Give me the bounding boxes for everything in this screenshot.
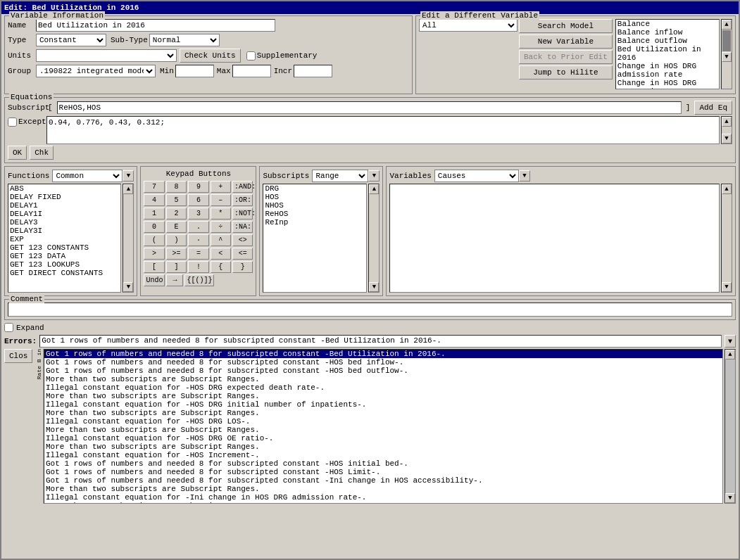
subscripts-list[interactable]: DRGHOSNHOSReHOSReInp xyxy=(263,184,367,293)
expand-checkbox[interactable] xyxy=(4,323,13,332)
error-list-item[interactable]: Illegal constant equation for -HOS Incre… xyxy=(44,451,722,459)
error-list-item[interactable]: More than two subscripts are Subscript R… xyxy=(44,375,722,383)
incr-input[interactable] xyxy=(294,65,332,77)
keypad-key[interactable]: E xyxy=(166,221,187,233)
sub-scroll-up[interactable]: ▲ xyxy=(369,184,379,194)
func-scroll-down[interactable]: ▼ xyxy=(123,282,133,292)
var-scroll-down[interactable]: ▼ xyxy=(722,282,732,292)
max-input[interactable] xyxy=(232,65,271,77)
scroll-up[interactable]: ▲ xyxy=(722,20,732,30)
function-list-item[interactable]: DELAY3I xyxy=(8,227,120,235)
edit-diff-list-item[interactable]: Bed Utilization in 2016 xyxy=(616,45,719,62)
variables-select[interactable]: Causes xyxy=(434,170,519,182)
error-list-item[interactable]: More than two subscripts are Subscript R… xyxy=(44,392,722,400)
keypad-key[interactable]: :AND: xyxy=(232,181,253,193)
variables-scrollbar[interactable]: ▲ ▼ xyxy=(721,184,732,293)
subscript-list-item[interactable]: HOS xyxy=(263,193,366,201)
jump-to-hilite-button[interactable]: Jump to Hilite xyxy=(519,65,613,79)
error-list-item[interactable]: Illegal constant equation for -HOS DRG i… xyxy=(44,400,722,409)
group-select[interactable]: .190822 integrated model v: xyxy=(36,65,156,77)
error-list-item[interactable]: Got 1 rows of numbers and needed 8 for s… xyxy=(44,459,722,468)
edit-diff-select[interactable]: All xyxy=(419,19,518,32)
error-list-item[interactable]: Illegal constant equation for -HOS DRG e… xyxy=(44,383,722,392)
keypad-key[interactable]: :NOT: xyxy=(232,208,253,219)
keypad-key[interactable]: – xyxy=(211,194,231,206)
keypad-key[interactable]: >= xyxy=(166,248,187,260)
keypad-bottom-key[interactable]: Undo xyxy=(144,274,165,286)
errors-dropdown[interactable]: Got 1 rows of numbers and needed 8 for s… xyxy=(39,335,722,348)
edit-diff-list[interactable]: BalanceBalance inflowBalance outflowBed … xyxy=(615,19,720,89)
edit-diff-scrollbar[interactable]: ▲ ▼ xyxy=(721,19,732,89)
subscript-list-item[interactable]: ReInp xyxy=(263,218,366,227)
subscripts-dropdown-arrow[interactable]: ▼ xyxy=(368,170,380,182)
eq-scroll-down[interactable]: ▼ xyxy=(722,134,732,144)
scroll-down[interactable]: ▼ xyxy=(722,52,732,62)
function-list-item[interactable]: GET 123 DATA xyxy=(8,252,120,260)
edit-diff-list-item[interactable]: Change in HOS DRG attractiveness xyxy=(616,79,719,89)
subtype-select[interactable]: Normal xyxy=(149,34,220,46)
functions-list[interactable]: ABSDELAY FIXEDDELAY1DELAY1IDELAY3DELAY3I… xyxy=(8,184,121,293)
supplementary-checkbox[interactable] xyxy=(246,51,256,61)
variables-list[interactable] xyxy=(389,184,720,293)
function-list-item[interactable]: GET 123 LOOKUPS xyxy=(8,260,120,269)
errors-scrollbar[interactable]: ▲ ▼ xyxy=(725,349,736,504)
keypad-key[interactable]: 4 xyxy=(144,194,164,206)
back-to-prior-edit-button[interactable]: Back to Prior Edit xyxy=(519,50,613,64)
err-scroll-up[interactable]: ▲ xyxy=(725,350,735,359)
equation-textarea[interactable]: 0.94, 0.776, 0.43, 0.312; xyxy=(46,116,720,144)
error-list-item[interactable]: Illegal constant equation for -HOS DRG L… xyxy=(44,417,722,426)
except-checkbox[interactable] xyxy=(8,117,17,127)
keypad-bottom-key[interactable]: {[()]} xyxy=(184,274,214,286)
error-list-item[interactable]: Got 1 rows of numbers and needed 8 for s… xyxy=(44,350,722,358)
functions-select[interactable]: Common xyxy=(52,170,123,182)
keypad-key[interactable]: [ xyxy=(144,261,164,273)
keypad-key[interactable]: 3 xyxy=(188,208,208,219)
subscripts-scrollbar[interactable]: ▲ ▼ xyxy=(368,184,380,293)
keypad-key[interactable]: 1 xyxy=(144,208,164,219)
name-input[interactable] xyxy=(36,19,275,32)
function-list-item[interactable]: GET DIRECT CONSTANTS xyxy=(8,269,120,277)
keypad-key[interactable]: { xyxy=(211,261,231,273)
check-units-button[interactable]: Check Units xyxy=(180,49,241,63)
error-list-item[interactable]: Got 1 rows of numbers and needed 8 for s… xyxy=(44,476,722,485)
error-list-item[interactable]: Illegal constant equation for -HOS DRG O… xyxy=(44,434,722,443)
keypad-key[interactable]: <= xyxy=(232,248,253,260)
edit-diff-list-item[interactable]: Balance inflow xyxy=(616,28,719,37)
func-scroll-up[interactable]: ▲ xyxy=(123,184,133,194)
new-variable-button[interactable]: New Variable xyxy=(519,34,613,49)
keypad-key[interactable]: < xyxy=(211,248,231,260)
function-list-item[interactable]: EXP xyxy=(8,235,120,243)
keypad-key[interactable]: = xyxy=(188,248,208,260)
keypad-key[interactable]: 0 xyxy=(144,221,164,233)
function-list-item[interactable]: DELAY FIXED xyxy=(8,193,120,201)
keypad-key[interactable]: + xyxy=(211,181,231,193)
function-list-item[interactable]: GET 123 CONSTANTS xyxy=(8,243,120,252)
function-list-item[interactable]: DELAY3 xyxy=(8,218,120,227)
error-list-item[interactable]: Got 1 rows of numbers and needed 8 for s… xyxy=(44,367,722,375)
variables-dropdown-arrow[interactable]: ▼ xyxy=(519,170,530,182)
error-list-item[interactable]: More than two subscripts are Subscript R… xyxy=(44,485,722,493)
keypad-key[interactable]: 8 xyxy=(166,181,187,193)
keypad-key[interactable]: 5 xyxy=(166,194,187,206)
var-scroll-up[interactable]: ▲ xyxy=(722,184,732,194)
ok-button[interactable]: OK xyxy=(8,146,27,160)
error-list-item[interactable]: Got 1 rows of numbers and needed 8 for s… xyxy=(44,468,722,476)
subscript-list-item[interactable]: ReHOS xyxy=(263,210,366,218)
err-scroll-down[interactable]: ▼ xyxy=(725,493,735,503)
errors-scroll-btn[interactable]: ▼ xyxy=(725,335,736,348)
edit-diff-list-item[interactable]: Balance outflow xyxy=(616,37,719,45)
search-model-button[interactable]: Search Model xyxy=(519,19,613,33)
keypad-key[interactable]: :NA: xyxy=(232,221,253,233)
keypad-key[interactable]: ÷ xyxy=(211,221,231,233)
keypad-key[interactable]: · xyxy=(188,234,208,246)
errors-list[interactable]: Got 1 rows of numbers and needed 8 for s… xyxy=(44,349,723,504)
keypad-key[interactable]: * xyxy=(211,208,231,219)
error-list-item[interactable]: More than two subscripts are Subscript R… xyxy=(44,443,722,451)
error-list-item[interactable]: More than two subscripts are Subscript R… xyxy=(44,409,722,417)
edit-diff-list-item[interactable]: Balance xyxy=(616,20,719,28)
min-input[interactable] xyxy=(175,65,214,77)
keypad-key[interactable]: ^ xyxy=(211,234,231,246)
type-select[interactable]: Constant xyxy=(36,34,106,46)
error-list-item[interactable]: More than two subscripts are Subscript R… xyxy=(44,426,722,434)
keypad-bottom-key[interactable]: → xyxy=(166,274,183,286)
